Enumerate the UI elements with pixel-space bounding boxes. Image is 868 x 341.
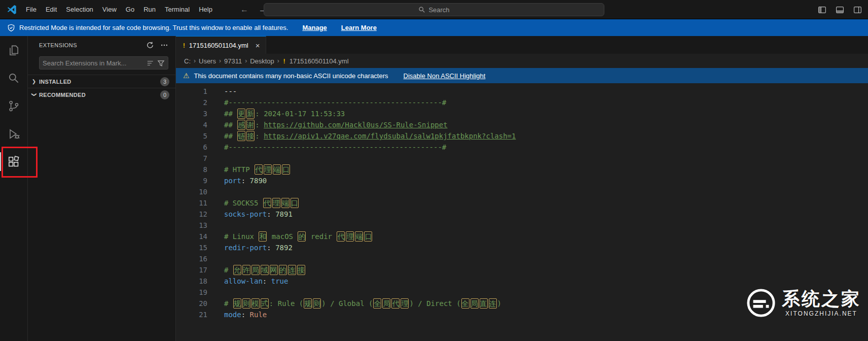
watermark-domain: XITONGZHIJIA.NET bbox=[785, 310, 857, 317]
menu-view[interactable]: View bbox=[98, 4, 121, 15]
code-line: 18allow-lan: true bbox=[176, 276, 868, 287]
line-content[interactable] bbox=[207, 287, 224, 298]
sidebar-item-search[interactable] bbox=[0, 64, 28, 92]
activity-bar bbox=[0, 36, 28, 341]
line-content[interactable]: socks-port: 7891 bbox=[207, 209, 293, 220]
menu-bar: FileEditSelectionViewGoRunTerminalHelp bbox=[21, 4, 217, 15]
menu-file[interactable]: File bbox=[21, 4, 41, 15]
line-number: 17 bbox=[176, 264, 207, 276]
line-content[interactable]: --- bbox=[207, 86, 237, 97]
line-content[interactable]: mode: Rule bbox=[207, 309, 267, 320]
line-content[interactable]: redir-port: 7892 bbox=[207, 242, 293, 253]
line-content[interactable]: # Linux 和 macOS 的 redir 代理端口 bbox=[207, 231, 373, 242]
line-number: 9 bbox=[176, 175, 207, 186]
line-number: 5 bbox=[176, 130, 207, 142]
breadcrumb-file[interactable]: 1715160501104.yml bbox=[290, 57, 349, 65]
line-number: 6 bbox=[176, 142, 207, 153]
menu-selection[interactable]: Selection bbox=[61, 4, 97, 15]
refresh-icon[interactable] bbox=[146, 41, 154, 49]
sidebar-title: EXTENSIONS bbox=[39, 42, 146, 48]
installed-count-badge: 3 bbox=[160, 77, 169, 86]
search-icon bbox=[418, 6, 425, 13]
line-content[interactable]: ## 更新: 2024-01-17 11:53:33 bbox=[207, 108, 345, 119]
line-content[interactable]: # SOCKS5 代理端口 bbox=[207, 197, 299, 209]
code-lines: 1---2#----------------------------------… bbox=[176, 86, 868, 320]
line-content[interactable]: ## 链接: https://apiv1.v27qae.com/flydsuba… bbox=[207, 130, 516, 142]
code-line: 10 bbox=[176, 186, 868, 197]
line-content[interactable]: # 允许局域网的连接 bbox=[207, 264, 306, 276]
sidebar-item-source-control[interactable] bbox=[0, 92, 28, 120]
toggle-panel-icon[interactable] bbox=[836, 6, 844, 14]
run-and-debug-icon bbox=[7, 127, 20, 141]
line-content[interactable] bbox=[207, 220, 224, 231]
sidebar-item-extensions[interactable] bbox=[0, 148, 28, 176]
menu-terminal[interactable]: Terminal bbox=[160, 4, 194, 15]
extensions-sidebar: EXTENSIONS bbox=[28, 36, 176, 341]
line-number: 7 bbox=[176, 153, 207, 164]
vscode-logo-icon bbox=[6, 4, 17, 15]
menu-run[interactable]: Run bbox=[139, 4, 160, 15]
line-number: 15 bbox=[176, 242, 207, 253]
filter-icon[interactable] bbox=[157, 59, 165, 67]
tab-label: 1715160501104.yml bbox=[189, 42, 248, 49]
menu-help[interactable]: Help bbox=[194, 4, 217, 15]
section-installed[interactable]: ❯ INSTALLED 3 bbox=[28, 75, 175, 88]
line-content[interactable]: #---------------------------------------… bbox=[207, 97, 446, 108]
line-number: 14 bbox=[176, 231, 207, 242]
line-content[interactable]: ## 感谢: https://github.com/Hackl0us/SS-Ru… bbox=[207, 119, 448, 130]
menu-edit[interactable]: Edit bbox=[41, 4, 61, 15]
breadcrumb-item[interactable]: 97311 bbox=[224, 57, 242, 65]
disable-non-ascii-highlight-link[interactable]: Disable Non ASCII Highlight bbox=[404, 72, 486, 80]
tab-yml-file[interactable]: ! 1715160501104.yml × bbox=[176, 36, 266, 54]
line-content[interactable]: port: 7890 bbox=[207, 175, 267, 186]
learn-more-link[interactable]: Learn More bbox=[341, 24, 377, 31]
code-line: 17# 允许局域网的连接 bbox=[176, 264, 868, 276]
line-number: 2 bbox=[176, 97, 207, 108]
line-number: 13 bbox=[176, 220, 207, 231]
line-content[interactable]: # HTTP 代理端口 bbox=[207, 164, 291, 175]
menu-go[interactable]: Go bbox=[121, 4, 139, 15]
sidebar-header: EXTENSIONS bbox=[28, 36, 175, 54]
code-line: 12socks-port: 7891 bbox=[176, 209, 868, 220]
command-center-search[interactable]: Search bbox=[264, 3, 604, 16]
unicode-warning-message: This document contains many non-basic AS… bbox=[194, 72, 388, 80]
line-content[interactable]: #---------------------------------------… bbox=[207, 142, 446, 153]
code-line: 3## 更新: 2024-01-17 11:53:33 bbox=[176, 108, 868, 119]
line-number: 16 bbox=[176, 253, 207, 264]
vscode-window: FileEditSelectionViewGoRunTerminalHelp ←… bbox=[0, 0, 868, 341]
history-nav: ← → bbox=[240, 5, 267, 14]
breadcrumb-item[interactable]: Users bbox=[199, 57, 216, 65]
line-number: 19 bbox=[176, 287, 207, 298]
site-watermark: 系统之家 XITONGZHIJIA.NET bbox=[746, 288, 861, 318]
warning-triangle-icon: ⚠ bbox=[183, 72, 190, 80]
line-content[interactable]: # 规则模式: Rule (规则) / Global (全局代理) / Dire… bbox=[207, 298, 501, 309]
more-actions-icon[interactable] bbox=[160, 41, 168, 49]
toggle-primary-sidebar-icon[interactable] bbox=[818, 6, 826, 14]
watermark-title: 系统之家 bbox=[782, 289, 861, 309]
line-content[interactable] bbox=[207, 186, 224, 197]
line-content[interactable]: allow-lan: true bbox=[207, 276, 288, 287]
sidebar-item-run-debug[interactable] bbox=[0, 120, 28, 148]
code-line: 6#--------------------------------------… bbox=[176, 142, 868, 153]
tab-bar: ! 1715160501104.yml × bbox=[176, 36, 868, 54]
line-content[interactable] bbox=[207, 153, 224, 164]
manage-link[interactable]: Manage bbox=[302, 24, 327, 31]
breadcrumb-item[interactable]: Desktop bbox=[250, 57, 274, 65]
close-tab-icon[interactable]: × bbox=[255, 41, 261, 50]
breadcrumb-item[interactable]: C: bbox=[184, 57, 191, 65]
restricted-mode-banner: Restricted Mode is intended for safe cod… bbox=[0, 19, 868, 36]
chevron-down-icon: ❯ bbox=[31, 91, 37, 99]
back-arrow-icon[interactable]: ← bbox=[240, 5, 248, 14]
yaml-file-icon: ! bbox=[282, 57, 286, 65]
workbench: EXTENSIONS bbox=[0, 36, 868, 341]
extensions-icon bbox=[7, 155, 20, 168]
extensions-search-input[interactable] bbox=[43, 59, 143, 67]
sidebar-item-explorer[interactable] bbox=[0, 36, 28, 64]
code-line: 15redir-port: 7892 bbox=[176, 242, 868, 253]
line-content[interactable] bbox=[207, 253, 224, 264]
files-icon bbox=[7, 44, 20, 57]
line-number: 3 bbox=[176, 108, 207, 119]
toggle-secondary-sidebar-icon[interactable] bbox=[853, 6, 862, 14]
section-recommended[interactable]: ❯ RECOMMENDED 0 bbox=[28, 88, 175, 101]
clear-search-icon[interactable] bbox=[147, 59, 154, 67]
